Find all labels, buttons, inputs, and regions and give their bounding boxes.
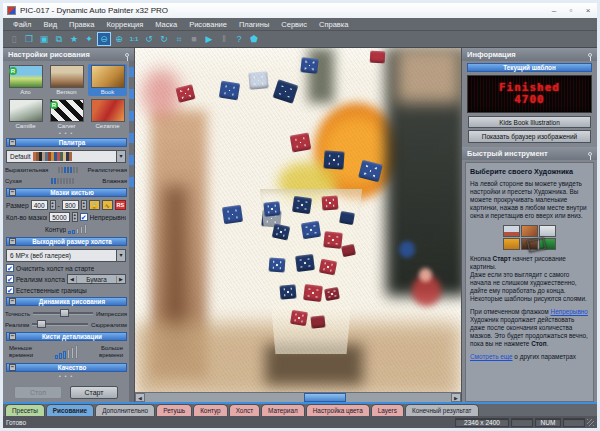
menu-item-edit[interactable]: Правка xyxy=(63,20,100,29)
stroke-count-stepper[interactable]: ▲▼ xyxy=(72,212,78,222)
collapse-icon[interactable]: − xyxy=(9,139,16,146)
tab-final-result[interactable]: Конечный результат xyxy=(405,404,479,416)
menu-item-file[interactable]: Файл xyxy=(7,20,37,29)
level-indicator[interactable] xyxy=(49,167,86,173)
info-panel-header[interactable]: Информация xyxy=(462,48,597,61)
arrow-right-icon[interactable]: ▶ xyxy=(117,276,125,282)
realism-surrealism-slider[interactable]: Реализм Сюрреализм xyxy=(3,319,129,330)
menu-item-service[interactable]: Сервис xyxy=(275,20,313,29)
preset-benson[interactable]: Benson xyxy=(47,64,86,96)
pin-icon[interactable] xyxy=(588,53,592,57)
tab-painting[interactable]: Рисование xyxy=(46,404,94,416)
rs-badge[interactable]: RS xyxy=(115,200,126,210)
new-file-icon[interactable]: ▯ xyxy=(7,32,21,46)
output-size-section-header[interactable]: − Выходной размер холста xyxy=(6,237,127,246)
continuous-checkbox[interactable]: ✔ xyxy=(80,213,88,221)
collapse-icon[interactable]: − xyxy=(9,189,16,196)
tab-retouch[interactable]: Ретушь xyxy=(156,404,192,416)
color-settings-icon[interactable]: ✦ xyxy=(82,32,96,46)
resize-grip[interactable] xyxy=(587,419,594,426)
palette-section-header[interactable]: − Палитра xyxy=(6,138,127,147)
expressive-realistic-slider[interactable]: Выразительная Реалистичная xyxy=(3,164,129,175)
scroll-track[interactable] xyxy=(145,393,451,402)
menu-item-view[interactable]: Вид xyxy=(37,20,63,29)
minimize-button[interactable]: – xyxy=(549,6,559,15)
size-from-field[interactable]: 400 xyxy=(31,200,48,210)
continuous-link[interactable]: Непрерывно xyxy=(551,308,588,315)
detail-brushes-section-header[interactable]: − Кисти детализации xyxy=(6,332,127,341)
level-indicator[interactable] xyxy=(23,178,101,184)
detail-level-control[interactable] xyxy=(55,345,78,359)
chevron-down-icon[interactable]: ▾ xyxy=(116,151,125,162)
collapse-icon[interactable]: − xyxy=(9,364,16,371)
menu-item-correction[interactable]: Коррекция xyxy=(100,20,149,29)
title-bar[interactable]: PIC-017 - Dynamic Auto Painter x32 PRO –… xyxy=(3,3,597,18)
show-image-browser-button[interactable]: Показать браузер изображений xyxy=(468,130,591,143)
rotate-left-icon[interactable]: ↺ xyxy=(142,32,156,46)
rotate-right-icon[interactable]: ↻ xyxy=(157,32,171,46)
start-button[interactable]: Старт xyxy=(70,386,118,399)
palette-icon[interactable]: ⬟ xyxy=(247,32,261,46)
canvas-horizontal-scrollbar[interactable]: ◀ ▶ xyxy=(135,392,461,402)
stop-icon[interactable]: ■ xyxy=(187,32,201,46)
see-more-link[interactable]: Смотреть еще xyxy=(470,353,513,360)
dynamics-section-header[interactable]: − Динамика рисования xyxy=(6,297,127,306)
close-button[interactable]: × xyxy=(583,6,593,15)
pin-icon[interactable] xyxy=(588,152,592,156)
chevron-down-icon[interactable]: ▾ xyxy=(116,250,125,261)
precision-impression-slider[interactable]: Точность Импрессия xyxy=(3,308,129,319)
lock-icon[interactable]: 🔒 xyxy=(89,200,100,210)
crop-icon[interactable]: ⌗ xyxy=(172,32,186,46)
slider-thumb[interactable] xyxy=(37,320,46,328)
tab-color-settings[interactable]: Настройка цвета xyxy=(306,404,370,416)
stroke-count-field[interactable]: 5000 xyxy=(49,212,69,222)
mini-preset-grid[interactable] xyxy=(470,225,589,250)
collapse-icon[interactable]: − xyxy=(9,333,16,340)
preset-carver[interactable]: R Carver xyxy=(47,98,86,130)
strokes-section-header[interactable]: − Мазки кистью xyxy=(6,188,127,197)
tab-contour[interactable]: Контур xyxy=(193,404,227,416)
pin-icon[interactable] xyxy=(125,53,129,57)
preset-camille[interactable]: Camille xyxy=(6,98,45,130)
quick-tool-header[interactable]: Быстрый инструмент xyxy=(462,147,597,160)
preset-azo[interactable]: R Azo xyxy=(6,64,45,96)
tab-additional[interactable]: Дополнительно xyxy=(95,404,155,416)
export-image-icon[interactable]: ⧉ xyxy=(52,32,66,46)
pause-icon[interactable]: ‖ xyxy=(217,32,231,46)
scroll-left-icon[interactable]: ◀ xyxy=(135,393,145,402)
zoom-in-icon[interactable]: ⊕ xyxy=(112,32,126,46)
zoom-out-icon[interactable]: ⊖ xyxy=(97,32,111,46)
preset-cezanne[interactable]: Cezanne xyxy=(88,98,127,130)
tab-layers[interactable]: Layers xyxy=(371,404,404,416)
tab-canvas[interactable]: Холст xyxy=(229,404,260,416)
actual-size-icon[interactable]: 1:1 xyxy=(127,32,141,46)
canvas-type-spinner[interactable]: ◀ Бумага ▶ xyxy=(67,274,126,284)
menu-item-help[interactable]: Справка xyxy=(313,20,354,29)
collapse-icon[interactable]: − xyxy=(9,298,16,305)
play-icon[interactable]: ▶ xyxy=(202,32,216,46)
canvas-realism-checkbox[interactable]: ✔ xyxy=(6,275,14,283)
preset-scroll-handle[interactable]: • • • xyxy=(3,131,129,136)
panel-scrollbar[interactable] xyxy=(129,61,134,402)
wave-icon[interactable]: ∿ xyxy=(102,200,113,210)
slider-track[interactable] xyxy=(32,323,88,326)
section-scroll-handle[interactable]: • • • xyxy=(3,374,129,379)
dry-wet-slider[interactable]: Сухая Влажная xyxy=(3,175,129,186)
size-to-stepper[interactable]: ▲▼ xyxy=(81,200,87,210)
clear-canvas-checkbox[interactable]: ✔ xyxy=(6,264,14,272)
template-name-button[interactable]: Kids Book Illustration xyxy=(468,116,591,128)
contour-level-control[interactable] xyxy=(68,224,87,234)
natural-edges-checkbox[interactable]: ✔ xyxy=(6,286,14,294)
scroll-thumb[interactable] xyxy=(304,393,346,402)
quality-section-header[interactable]: − Качество xyxy=(6,363,127,372)
settings-panel-header[interactable]: Настройки рисования xyxy=(3,48,134,61)
menu-item-plugins[interactable]: Плагины xyxy=(233,20,275,29)
help-icon[interactable]: ? xyxy=(232,32,246,46)
favorites-star-icon[interactable]: ★ xyxy=(67,32,81,46)
size-from-stepper[interactable]: ▲▼ xyxy=(50,200,56,210)
stop-button[interactable]: Стоп xyxy=(14,386,62,399)
arrow-left-icon[interactable]: ◀ xyxy=(68,276,76,282)
tab-presets[interactable]: Пресеты xyxy=(5,404,45,416)
preset-book-selected[interactable]: Book xyxy=(88,64,127,96)
slider-thumb[interactable] xyxy=(60,309,69,317)
